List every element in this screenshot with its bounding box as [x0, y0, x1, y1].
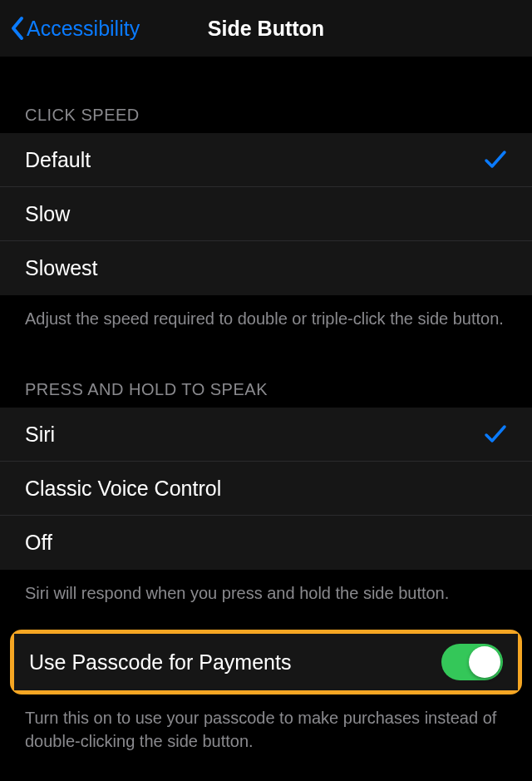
option-label: Off — [25, 531, 52, 555]
checkmark-icon — [484, 423, 507, 446]
passcode-label: Use Passcode for Payments — [29, 650, 291, 675]
page-title: Side Button — [208, 17, 324, 41]
back-button[interactable]: Accessibility — [10, 16, 140, 41]
press-hold-option-classic[interactable]: Classic Voice Control — [0, 462, 532, 516]
click-speed-header: CLICK SPEED — [0, 60, 532, 133]
click-speed-option-slowest[interactable]: Slowest — [0, 241, 532, 295]
press-hold-footer: Siri will respond when you press and hol… — [0, 570, 532, 621]
click-speed-option-default[interactable]: Default — [0, 133, 532, 187]
passcode-payments-row[interactable]: Use Passcode for Payments — [14, 634, 518, 690]
option-label: Siri — [25, 423, 55, 447]
option-label: Default — [25, 148, 91, 172]
click-speed-option-slow[interactable]: Slow — [0, 187, 532, 241]
press-hold-header: PRESS AND HOLD TO SPEAK — [0, 347, 532, 408]
option-label: Classic Voice Control — [25, 477, 221, 501]
chevron-left-icon — [10, 16, 25, 41]
navigation-header: Accessibility Side Button — [0, 0, 532, 57]
press-hold-list: Siri Classic Voice Control Off — [0, 408, 532, 570]
toggle-knob — [469, 646, 500, 678]
press-hold-option-off[interactable]: Off — [0, 516, 532, 570]
option-label: Slowest — [25, 256, 98, 280]
passcode-footer: Turn this on to use your passcode to mak… — [0, 694, 532, 769]
press-hold-option-siri[interactable]: Siri — [0, 408, 532, 462]
passcode-highlight-box: Use Passcode for Payments — [10, 630, 522, 694]
passcode-toggle[interactable] — [441, 644, 503, 680]
click-speed-footer: Adjust the speed required to double or t… — [0, 295, 532, 347]
click-speed-list: Default Slow Slowest — [0, 133, 532, 295]
option-label: Slow — [25, 202, 70, 226]
checkmark-icon — [484, 148, 507, 171]
back-label: Accessibility — [27, 17, 140, 41]
